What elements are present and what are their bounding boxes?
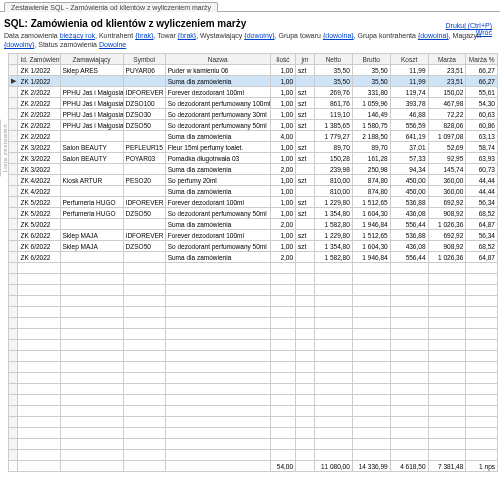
- print-link[interactable]: Drukuj (Ctrl+P): [446, 22, 492, 29]
- row-indicator: [9, 175, 18, 186]
- col-header[interactable]: Brutto: [352, 54, 390, 65]
- col-header[interactable]: Netto: [314, 54, 352, 65]
- cell: DZSO50: [123, 241, 165, 252]
- col-header[interactable]: jm: [296, 54, 315, 65]
- cell: 536,88: [390, 230, 428, 241]
- row-indicator: [9, 208, 18, 219]
- cell: Salon BEAUTY: [60, 153, 123, 164]
- row-indicator: [9, 252, 18, 263]
- cell: So dezodorant perfumowany 50ml: [165, 241, 270, 252]
- cell: 150,02: [428, 87, 466, 98]
- cell: 1 026,36: [428, 252, 466, 263]
- table-row[interactable]: ZK 3/2022Salon BEAUTYPEFLEUR15Fleur 15ml…: [9, 142, 498, 153]
- row-indicator: [9, 65, 18, 76]
- cell: ZK 6/2022: [18, 252, 60, 263]
- row-indicator: [9, 87, 18, 98]
- row-indicator: [9, 197, 18, 208]
- cell: 810,00: [314, 186, 352, 197]
- table-row[interactable]: ZK 6/2022Sklep MAJAIDFOREVERForever dezo…: [9, 230, 498, 241]
- cell: 63,13: [466, 131, 498, 142]
- cell: [60, 164, 123, 175]
- cell: 436,08: [390, 241, 428, 252]
- cell: 44,44: [466, 186, 498, 197]
- cell: 1 604,30: [352, 241, 390, 252]
- cell: 68,52: [466, 208, 498, 219]
- col-header[interactable]: Id. Zamówienia: [18, 54, 60, 65]
- cell: [60, 76, 123, 87]
- table-row[interactable]: ZK 4/2022Kiosk ARTURPESO20So perfumy 20m…: [9, 175, 498, 186]
- cell: 1 779,27: [314, 131, 352, 142]
- cell: 1 097,08: [428, 131, 466, 142]
- table-row[interactable]: ZK 6/2022Sklep MAJADZSO50So dezodorant p…: [9, 241, 498, 252]
- tab-active[interactable]: Zestawienie SQL - Zamówienia od klientów…: [4, 2, 218, 12]
- cell: 60,73: [466, 164, 498, 175]
- footer-cell: [18, 461, 60, 472]
- empty-row: [9, 307, 498, 318]
- table-row[interactable]: ZK 6/2022Suma dla zamówienia2,001 582,80…: [9, 252, 498, 263]
- col-header[interactable]: Ilość: [270, 54, 295, 65]
- footer-cell: 11 080,00: [314, 461, 352, 472]
- cell: 23,51: [428, 76, 466, 87]
- cell: Perfumeria HUGO: [60, 197, 123, 208]
- table-row[interactable]: ZK 2/2022PPHU Jaś i MałgosiaIDFOREVERFor…: [9, 87, 498, 98]
- table-row[interactable]: ZK 1/2022Sklep ARESPUYAR06Puder w kamien…: [9, 65, 498, 76]
- cell: 360,00: [428, 186, 466, 197]
- col-header[interactable]: Symbol: [123, 54, 165, 65]
- row-indicator: [9, 186, 18, 197]
- table-row[interactable]: ZK 2/2022PPHU Jaś i MałgosiaDZSO50So dez…: [9, 120, 498, 131]
- table-row[interactable]: ZK 5/2022Perfumeria HUGODZSO50So dezodor…: [9, 208, 498, 219]
- cell: 1 604,30: [352, 208, 390, 219]
- table-row[interactable]: ZK 2/2022PPHU Jaś i MałgosiaDZSO100So de…: [9, 98, 498, 109]
- cell: 11,99: [390, 76, 428, 87]
- cell: ZK 5/2022: [18, 219, 60, 230]
- table-row[interactable]: ZK 5/2022Suma dla zamówienia2,001 582,80…: [9, 219, 498, 230]
- cell: Suma dla zamówienia: [165, 186, 270, 197]
- cell: 2 188,50: [352, 131, 390, 142]
- empty-row: [9, 428, 498, 439]
- row-indicator: [9, 219, 18, 230]
- cell: IDFOREVER: [123, 230, 165, 241]
- cell: 861,76: [314, 98, 352, 109]
- cell: PPHU Jaś i Małgosia: [60, 120, 123, 131]
- cell: ZK 2/2022: [18, 109, 60, 120]
- grid-header[interactable]: Id. ZamówieniaZamawiającySymbolNazwaIloś…: [9, 54, 498, 65]
- grid-body[interactable]: ZK 1/2022Sklep ARESPUYAR06Puder w kamien…: [9, 65, 498, 461]
- cell: [296, 186, 315, 197]
- cell: [296, 252, 315, 263]
- empty-row: [9, 384, 498, 395]
- filter-bar[interactable]: Data zamówienia bieżący rok, Kontrahent …: [0, 31, 500, 53]
- cell: 35,50: [314, 65, 352, 76]
- table-row[interactable]: ▶ZK 1/2022Suma dla zamówienia1,0035,5035…: [9, 76, 498, 87]
- cell: PPHU Jaś i Małgosia: [60, 87, 123, 98]
- col-header[interactable]: Koszt: [390, 54, 428, 65]
- col-header[interactable]: Marża %: [466, 54, 498, 65]
- data-grid[interactable]: Id. ZamówieniaZamawiającySymbolNazwaIloś…: [8, 53, 498, 472]
- cell: DZSO50: [123, 120, 165, 131]
- back-link[interactable]: Wróć: [446, 29, 492, 36]
- cell: 66,27: [466, 65, 498, 76]
- table-row[interactable]: ZK 3/2022Suma dla zamówienia2,00239,9825…: [9, 164, 498, 175]
- table-row[interactable]: ZK 3/2022Salon BEAUTYPOYAR03Pomadka dług…: [9, 153, 498, 164]
- cell: 556,59: [390, 120, 428, 131]
- cell: 1,00: [270, 98, 295, 109]
- col-header[interactable]: Marża: [428, 54, 466, 65]
- footer-cell: 7 381,48: [428, 461, 466, 472]
- footer-cell: 54,00: [270, 461, 295, 472]
- col-header[interactable]: Nazwa: [165, 54, 270, 65]
- table-row[interactable]: ZK 2/2022Suma dla zamówienia4,001 779,27…: [9, 131, 498, 142]
- cell: Perfumeria HUGO: [60, 208, 123, 219]
- sidebar-tab[interactable]: Lista zestawień: [0, 120, 9, 177]
- table-row[interactable]: ZK 2/2022PPHU Jaś i MałgosiaDZSO30So dez…: [9, 109, 498, 120]
- cell: 35,50: [314, 76, 352, 87]
- cell: [60, 131, 123, 142]
- cell: Salon BEAUTY: [60, 142, 123, 153]
- cell: 37,01: [390, 142, 428, 153]
- cell: DZSO30: [123, 109, 165, 120]
- cell: DZSO50: [123, 208, 165, 219]
- cell: 35,50: [352, 65, 390, 76]
- row-indicator: [9, 131, 18, 142]
- col-header[interactable]: Zamawiający: [60, 54, 123, 65]
- table-row[interactable]: ZK 5/2022Perfumeria HUGOIDFOREVERForever…: [9, 197, 498, 208]
- table-row[interactable]: ZK 4/2022Suma dla zamówienia1,00810,0087…: [9, 186, 498, 197]
- col-header[interactable]: [9, 54, 18, 65]
